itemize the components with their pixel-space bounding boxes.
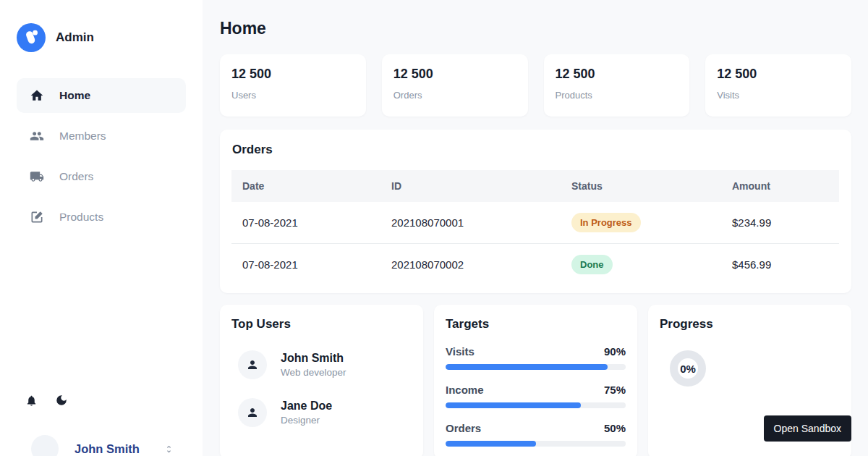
top-user-name: John Smith xyxy=(281,352,346,365)
user-menu[interactable]: John Smith xyxy=(31,435,174,456)
top-user-role: Web developer xyxy=(281,367,346,378)
stat-card-visits: 12 500 Visits xyxy=(705,54,851,117)
main-content: Home 12 500 Users 12 500 Orders 12 500 P… xyxy=(203,0,868,456)
orders-card: Orders Date ID Status Amount 07-08-2021 … xyxy=(220,130,851,293)
stat-card-users: 12 500 Users xyxy=(220,54,366,117)
stat-value: 12 500 xyxy=(231,67,354,82)
target-item: Income 75% xyxy=(446,384,626,408)
page-title: Home xyxy=(220,19,851,38)
column-header-amount: Amount xyxy=(721,180,839,192)
targets-card: Targets Visits 90% Income 75% xyxy=(434,305,637,456)
top-users-list: John Smith Web developer Jane Doe Design… xyxy=(231,350,412,427)
table-row: 07-08-2021 202108070002 Done $456.99 xyxy=(231,243,839,284)
user-name: John Smith xyxy=(75,442,140,456)
target-percent: 75% xyxy=(604,384,626,396)
stats-row: 12 500 Users 12 500 Orders 12 500 Produc… xyxy=(220,54,851,117)
orders-truck-icon xyxy=(29,169,45,185)
order-date: 07-08-2021 xyxy=(231,258,380,271)
target-label: Income xyxy=(446,384,484,396)
target-percent: 90% xyxy=(604,345,626,358)
stat-label: Orders xyxy=(393,90,516,101)
top-user-name: Jane Doe xyxy=(281,400,332,413)
stat-value: 12 500 xyxy=(393,67,516,82)
stat-value: 12 500 xyxy=(717,67,840,82)
progress-title: Progress xyxy=(660,317,840,332)
target-item: Orders 50% xyxy=(446,422,626,447)
sidebar: Admin Home Members Orders Products xyxy=(0,0,203,456)
table-row: 07-08-2021 202108070001 In Progress $234… xyxy=(231,202,839,243)
app-title: Admin xyxy=(56,30,94,45)
status-badge: Done xyxy=(571,255,613,274)
top-users-title: Top Users xyxy=(231,317,412,332)
column-header-id: ID xyxy=(380,180,561,192)
list-item: Jane Doe Designer xyxy=(238,398,412,427)
products-edit-icon xyxy=(29,209,45,225)
person-icon xyxy=(238,350,267,379)
notifications-bell-icon[interactable] xyxy=(25,394,38,407)
app-logo-icon xyxy=(17,23,46,52)
stat-label: Visits xyxy=(717,90,840,101)
members-icon xyxy=(29,128,45,144)
sidebar-item-orders[interactable]: Orders xyxy=(17,159,186,194)
progress-ring: 0% xyxy=(670,350,706,387)
sidebar-item-label: Orders xyxy=(59,170,93,183)
home-icon xyxy=(29,88,45,104)
order-amount: $456.99 xyxy=(721,258,839,271)
target-percent: 50% xyxy=(604,422,626,434)
progress-bar-fill xyxy=(446,441,536,447)
orders-card-title: Orders xyxy=(220,143,851,157)
top-user-role: Designer xyxy=(281,415,332,426)
stat-label: Products xyxy=(556,90,678,101)
progress-bar-fill xyxy=(446,364,608,370)
sidebar-item-members[interactable]: Members xyxy=(17,119,186,153)
progress-bar-track xyxy=(446,402,626,408)
sidebar-nav: Home Members Orders Products xyxy=(0,78,203,235)
dark-mode-moon-icon[interactable] xyxy=(55,394,68,407)
order-id: 202108070001 xyxy=(380,216,561,229)
column-header-date: Date xyxy=(231,180,380,192)
stat-label: Users xyxy=(231,90,354,101)
sidebar-item-products[interactable]: Products xyxy=(17,200,186,235)
unfold-more-icon xyxy=(164,444,174,454)
bottom-row: Top Users John Smith Web developer xyxy=(220,305,851,456)
user-avatar xyxy=(31,435,59,456)
progress-value: 0% xyxy=(680,363,696,375)
list-item: John Smith Web developer xyxy=(238,350,412,379)
sidebar-item-label: Products xyxy=(59,211,103,224)
sidebar-item-label: Members xyxy=(59,130,106,143)
stat-card-products: 12 500 Products xyxy=(544,54,690,117)
targets-title: Targets xyxy=(446,317,626,332)
order-id: 202108070002 xyxy=(380,258,561,271)
open-sandbox-button[interactable]: Open Sandbox xyxy=(764,415,851,442)
person-icon xyxy=(238,398,267,427)
order-amount: $234.99 xyxy=(721,216,839,229)
target-label: Visits xyxy=(446,345,475,358)
target-label: Orders xyxy=(446,422,481,434)
table-header-row: Date ID Status Amount xyxy=(231,170,839,202)
app-logo: Admin xyxy=(0,0,203,52)
progress-bar-fill xyxy=(446,402,581,408)
order-date: 07-08-2021 xyxy=(231,216,380,229)
sidebar-item-home[interactable]: Home xyxy=(17,78,186,113)
sidebar-item-label: Home xyxy=(59,89,90,102)
stat-value: 12 500 xyxy=(556,67,678,82)
column-header-status: Status xyxy=(561,180,721,192)
top-users-card: Top Users John Smith Web developer xyxy=(220,305,423,456)
sidebar-quick-actions xyxy=(25,394,68,407)
orders-table: Date ID Status Amount 07-08-2021 2021080… xyxy=(231,170,839,284)
progress-bar-track xyxy=(446,441,626,447)
progress-bar-track xyxy=(446,364,626,370)
target-item: Visits 90% xyxy=(446,345,626,370)
stat-card-orders: 12 500 Orders xyxy=(382,54,528,117)
status-badge: In Progress xyxy=(571,213,641,232)
